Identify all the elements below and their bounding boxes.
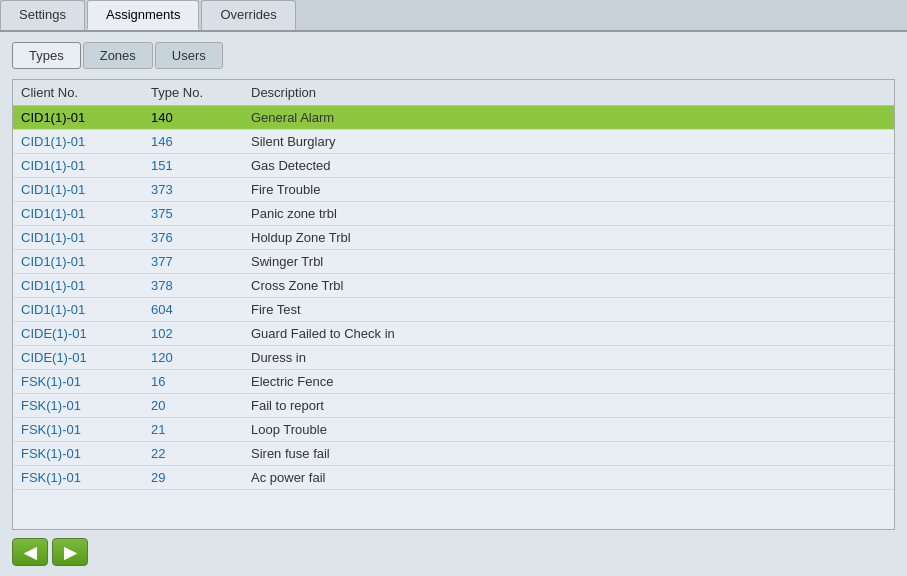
table-row[interactable]: FSK(1)-0120Fail to report xyxy=(13,394,894,418)
sub-tab-types[interactable]: Types xyxy=(12,42,81,69)
sub-tab-zones[interactable]: Zones xyxy=(83,42,153,69)
cell-client-no: CID1(1)-01 xyxy=(21,134,151,149)
cell-client-no: CIDE(1)-01 xyxy=(21,326,151,341)
cell-description: Swinger Trbl xyxy=(251,254,886,269)
cell-description: Holdup Zone Trbl xyxy=(251,230,886,245)
table-row[interactable]: CID1(1)-01375Panic zone trbl xyxy=(13,202,894,226)
table-row[interactable]: CIDE(1)-01102Guard Failed to Check in xyxy=(13,322,894,346)
cell-type-no: 22 xyxy=(151,446,251,461)
cell-description: Siren fuse fail xyxy=(251,446,886,461)
cell-client-no: CID1(1)-01 xyxy=(21,302,151,317)
cell-client-no: CID1(1)-01 xyxy=(21,254,151,269)
cell-description: Fail to report xyxy=(251,398,886,413)
table-container: Client No. Type No. Description CID1(1)-… xyxy=(12,79,895,530)
back-button[interactable]: ◀ xyxy=(12,538,48,566)
cell-type-no: 29 xyxy=(151,470,251,485)
cell-description: Loop Trouble xyxy=(251,422,886,437)
col-header-type: Type No. xyxy=(151,85,251,100)
top-tab-assignments[interactable]: Assignments xyxy=(87,0,199,30)
cell-description: Electric Fence xyxy=(251,374,886,389)
cell-client-no: FSK(1)-01 xyxy=(21,422,151,437)
table-row[interactable]: FSK(1)-0116Electric Fence xyxy=(13,370,894,394)
cell-type-no: 373 xyxy=(151,182,251,197)
cell-type-no: 377 xyxy=(151,254,251,269)
cell-description: Silent Burglary xyxy=(251,134,886,149)
cell-type-no: 140 xyxy=(151,110,251,125)
main-content: TypesZonesUsers Client No. Type No. Desc… xyxy=(0,32,907,576)
table-body[interactable]: CID1(1)-01140General AlarmCID1(1)-01146S… xyxy=(13,106,894,529)
cell-type-no: 151 xyxy=(151,158,251,173)
cell-type-no: 378 xyxy=(151,278,251,293)
table-row[interactable]: FSK(1)-0122Siren fuse fail xyxy=(13,442,894,466)
cell-type-no: 21 xyxy=(151,422,251,437)
cell-description: General Alarm xyxy=(251,110,886,125)
col-header-client: Client No. xyxy=(21,85,151,100)
cell-description: Panic zone trbl xyxy=(251,206,886,221)
table-row[interactable]: CID1(1)-01378Cross Zone Trbl xyxy=(13,274,894,298)
cell-description: Gas Detected xyxy=(251,158,886,173)
forward-button[interactable]: ▶ xyxy=(52,538,88,566)
table-header: Client No. Type No. Description xyxy=(13,80,894,106)
table-row[interactable]: CID1(1)-01376Holdup Zone Trbl xyxy=(13,226,894,250)
cell-client-no: FSK(1)-01 xyxy=(21,446,151,461)
cell-client-no: FSK(1)-01 xyxy=(21,398,151,413)
cell-type-no: 20 xyxy=(151,398,251,413)
cell-type-no: 376 xyxy=(151,230,251,245)
cell-client-no: FSK(1)-01 xyxy=(21,374,151,389)
top-tab-bar: SettingsAssignmentsOverrides xyxy=(0,0,907,32)
top-tab-overrides[interactable]: Overrides xyxy=(201,0,295,30)
cell-type-no: 120 xyxy=(151,350,251,365)
cell-type-no: 102 xyxy=(151,326,251,341)
table-row[interactable]: CIDE(1)-01120Duress in xyxy=(13,346,894,370)
cell-client-no: CID1(1)-01 xyxy=(21,182,151,197)
cell-type-no: 16 xyxy=(151,374,251,389)
cell-type-no: 146 xyxy=(151,134,251,149)
sub-tab-users[interactable]: Users xyxy=(155,42,223,69)
cell-client-no: FSK(1)-01 xyxy=(21,470,151,485)
cell-type-no: 604 xyxy=(151,302,251,317)
cell-client-no: CID1(1)-01 xyxy=(21,230,151,245)
cell-description: Guard Failed to Check in xyxy=(251,326,886,341)
table-row[interactable]: CID1(1)-01604Fire Test xyxy=(13,298,894,322)
table-row[interactable]: CID1(1)-01151Gas Detected xyxy=(13,154,894,178)
table-row[interactable]: CID1(1)-01373Fire Trouble xyxy=(13,178,894,202)
cell-client-no: CID1(1)-01 xyxy=(21,158,151,173)
sub-tab-bar: TypesZonesUsers xyxy=(12,42,895,69)
bottom-nav: ◀ ▶ xyxy=(12,538,895,566)
cell-description: Fire Test xyxy=(251,302,886,317)
cell-type-no: 375 xyxy=(151,206,251,221)
cell-client-no: CID1(1)-01 xyxy=(21,110,151,125)
table-row[interactable]: FSK(1)-0121Loop Trouble xyxy=(13,418,894,442)
cell-client-no: CID1(1)-01 xyxy=(21,206,151,221)
cell-description: Duress in xyxy=(251,350,886,365)
table-row[interactable]: CID1(1)-01140General Alarm xyxy=(13,106,894,130)
top-tab-settings[interactable]: Settings xyxy=(0,0,85,30)
cell-client-no: CID1(1)-01 xyxy=(21,278,151,293)
table-row[interactable]: CID1(1)-01146Silent Burglary xyxy=(13,130,894,154)
cell-description: Fire Trouble xyxy=(251,182,886,197)
col-header-desc: Description xyxy=(251,85,886,100)
cell-client-no: CIDE(1)-01 xyxy=(21,350,151,365)
table-row[interactable]: CID1(1)-01377Swinger Trbl xyxy=(13,250,894,274)
cell-description: Cross Zone Trbl xyxy=(251,278,886,293)
table-row[interactable]: FSK(1)-0129Ac power fail xyxy=(13,466,894,490)
cell-description: Ac power fail xyxy=(251,470,886,485)
